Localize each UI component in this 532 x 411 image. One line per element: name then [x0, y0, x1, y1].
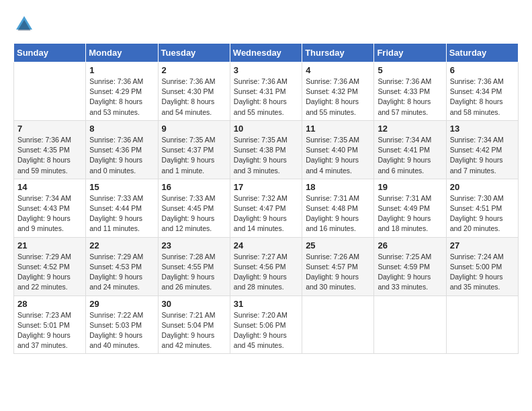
calendar-cell: 7Sunrise: 7:36 AM Sunset: 4:35 PM Daylig…: [14, 120, 86, 179]
day-number: 29: [89, 299, 154, 309]
calendar-cell: 13Sunrise: 7:34 AM Sunset: 4:42 PM Dayli…: [446, 120, 518, 179]
calendar-week-3: 21Sunrise: 7:29 AM Sunset: 4:52 PM Dayli…: [14, 237, 519, 295]
day-number: 30: [162, 299, 226, 309]
calendar-cell: 20Sunrise: 7:30 AM Sunset: 4:51 PM Dayli…: [446, 179, 518, 237]
day-number: 26: [378, 240, 442, 250]
day-info: Sunrise: 7:28 AM Sunset: 4:55 PM Dayligh…: [162, 252, 226, 293]
calendar-cell: 21Sunrise: 7:29 AM Sunset: 4:52 PM Dayli…: [14, 237, 86, 295]
weekday-header-wednesday: Wednesday: [230, 44, 302, 62]
calendar-cell: 19Sunrise: 7:31 AM Sunset: 4:49 PM Dayli…: [374, 179, 446, 237]
weekday-header-sunday: Sunday: [14, 44, 86, 62]
calendar-cell: 8Sunrise: 7:36 AM Sunset: 4:36 PM Daylig…: [86, 120, 158, 179]
calendar-cell: 3Sunrise: 7:36 AM Sunset: 4:31 PM Daylig…: [230, 62, 302, 121]
day-info: Sunrise: 7:35 AM Sunset: 4:37 PM Dayligh…: [162, 135, 226, 176]
day-info: Sunrise: 7:32 AM Sunset: 4:47 PM Dayligh…: [234, 193, 298, 234]
calendar-cell: 11Sunrise: 7:35 AM Sunset: 4:40 PM Dayli…: [302, 120, 374, 179]
day-number: 22: [89, 240, 154, 250]
day-info: Sunrise: 7:26 AM Sunset: 4:57 PM Dayligh…: [306, 252, 370, 293]
calendar-cell: 5Sunrise: 7:36 AM Sunset: 4:33 PM Daylig…: [374, 62, 446, 121]
day-info: Sunrise: 7:24 AM Sunset: 5:00 PM Dayligh…: [450, 252, 515, 293]
day-info: Sunrise: 7:20 AM Sunset: 5:06 PM Dayligh…: [234, 310, 298, 351]
calendar-cell: 9Sunrise: 7:35 AM Sunset: 4:37 PM Daylig…: [158, 120, 230, 179]
calendar-cell: 6Sunrise: 7:36 AM Sunset: 4:34 PM Daylig…: [446, 62, 518, 121]
day-info: Sunrise: 7:21 AM Sunset: 5:04 PM Dayligh…: [162, 310, 226, 351]
calendar-cell: [374, 295, 446, 354]
calendar-cell: 17Sunrise: 7:32 AM Sunset: 4:47 PM Dayli…: [230, 179, 302, 237]
weekday-header-tuesday: Tuesday: [158, 44, 230, 62]
day-info: Sunrise: 7:31 AM Sunset: 4:48 PM Dayligh…: [306, 193, 370, 234]
calendar-cell: 27Sunrise: 7:24 AM Sunset: 5:00 PM Dayli…: [446, 237, 518, 295]
calendar-week-1: 7Sunrise: 7:36 AM Sunset: 4:35 PM Daylig…: [14, 120, 519, 179]
calendar-cell: [14, 62, 86, 121]
day-info: Sunrise: 7:36 AM Sunset: 4:33 PM Dayligh…: [378, 77, 442, 118]
calendar-cell: 2Sunrise: 7:36 AM Sunset: 4:30 PM Daylig…: [158, 62, 230, 121]
calendar-week-2: 14Sunrise: 7:34 AM Sunset: 4:43 PM Dayli…: [14, 179, 519, 237]
calendar-week-4: 28Sunrise: 7:23 AM Sunset: 5:01 PM Dayli…: [14, 295, 519, 354]
day-number: 20: [450, 182, 515, 192]
day-info: Sunrise: 7:35 AM Sunset: 4:38 PM Dayligh…: [234, 135, 298, 176]
day-number: 11: [306, 124, 370, 134]
calendar-cell: [446, 295, 518, 354]
weekday-header-saturday: Saturday: [446, 44, 518, 62]
day-info: Sunrise: 7:36 AM Sunset: 4:36 PM Dayligh…: [89, 135, 154, 176]
day-info: Sunrise: 7:35 AM Sunset: 4:40 PM Dayligh…: [306, 135, 370, 176]
day-info: Sunrise: 7:36 AM Sunset: 4:34 PM Dayligh…: [450, 77, 515, 118]
day-info: Sunrise: 7:30 AM Sunset: 4:51 PM Dayligh…: [450, 193, 515, 234]
day-info: Sunrise: 7:33 AM Sunset: 4:45 PM Dayligh…: [162, 193, 226, 234]
calendar-cell: 10Sunrise: 7:35 AM Sunset: 4:38 PM Dayli…: [230, 120, 302, 179]
day-info: Sunrise: 7:36 AM Sunset: 4:32 PM Dayligh…: [306, 77, 370, 118]
logo-icon: [13, 13, 35, 35]
day-info: Sunrise: 7:36 AM Sunset: 4:31 PM Dayligh…: [234, 77, 298, 118]
weekday-header-thursday: Thursday: [302, 44, 374, 62]
calendar-cell: 22Sunrise: 7:29 AM Sunset: 4:53 PM Dayli…: [86, 237, 158, 295]
calendar-cell: 16Sunrise: 7:33 AM Sunset: 4:45 PM Dayli…: [158, 179, 230, 237]
day-number: 18: [306, 182, 370, 192]
day-number: 25: [306, 240, 370, 250]
day-number: 10: [234, 124, 298, 134]
calendar-week-0: 1Sunrise: 7:36 AM Sunset: 4:29 PM Daylig…: [14, 62, 519, 121]
day-info: Sunrise: 7:25 AM Sunset: 4:59 PM Dayligh…: [378, 252, 442, 293]
day-number: 1: [89, 65, 154, 75]
day-info: Sunrise: 7:34 AM Sunset: 4:43 PM Dayligh…: [17, 193, 82, 234]
weekday-header-friday: Friday: [374, 44, 446, 62]
day-info: Sunrise: 7:36 AM Sunset: 4:29 PM Dayligh…: [89, 77, 154, 118]
day-info: Sunrise: 7:36 AM Sunset: 4:30 PM Dayligh…: [162, 77, 226, 118]
day-number: 31: [234, 299, 298, 309]
calendar-body: 1Sunrise: 7:36 AM Sunset: 4:29 PM Daylig…: [14, 62, 519, 354]
day-number: 7: [17, 124, 82, 134]
calendar-cell: 15Sunrise: 7:33 AM Sunset: 4:44 PM Dayli…: [86, 179, 158, 237]
day-number: 3: [234, 65, 298, 75]
day-info: Sunrise: 7:31 AM Sunset: 4:49 PM Dayligh…: [378, 193, 442, 234]
weekday-header-monday: Monday: [86, 44, 158, 62]
day-number: 19: [378, 182, 442, 192]
logo: [13, 13, 38, 35]
weekday-header-row: SundayMondayTuesdayWednesdayThursdayFrid…: [14, 44, 519, 62]
calendar-cell: 29Sunrise: 7:22 AM Sunset: 5:03 PM Dayli…: [86, 295, 158, 354]
day-info: Sunrise: 7:34 AM Sunset: 4:42 PM Dayligh…: [450, 135, 515, 176]
day-number: 21: [17, 240, 82, 250]
calendar-cell: 14Sunrise: 7:34 AM Sunset: 4:43 PM Dayli…: [14, 179, 86, 237]
calendar-cell: 4Sunrise: 7:36 AM Sunset: 4:32 PM Daylig…: [302, 62, 374, 121]
calendar-cell: 18Sunrise: 7:31 AM Sunset: 4:48 PM Dayli…: [302, 179, 374, 237]
calendar-header: SundayMondayTuesdayWednesdayThursdayFrid…: [14, 44, 519, 62]
calendar-cell: 12Sunrise: 7:34 AM Sunset: 4:41 PM Dayli…: [374, 120, 446, 179]
day-number: 27: [450, 240, 515, 250]
calendar-cell: 24Sunrise: 7:27 AM Sunset: 4:56 PM Dayli…: [230, 237, 302, 295]
calendar-cell: 1Sunrise: 7:36 AM Sunset: 4:29 PM Daylig…: [86, 62, 158, 121]
day-number: 8: [89, 124, 154, 134]
day-info: Sunrise: 7:33 AM Sunset: 4:44 PM Dayligh…: [89, 193, 154, 234]
day-number: 9: [162, 124, 226, 134]
day-info: Sunrise: 7:23 AM Sunset: 5:01 PM Dayligh…: [17, 310, 82, 351]
day-number: 23: [162, 240, 226, 250]
day-number: 16: [162, 182, 226, 192]
day-number: 15: [89, 182, 154, 192]
calendar-table: SundayMondayTuesdayWednesdayThursdayFrid…: [13, 43, 519, 354]
day-number: 6: [450, 65, 515, 75]
calendar-cell: [302, 295, 374, 354]
calendar-cell: 28Sunrise: 7:23 AM Sunset: 5:01 PM Dayli…: [14, 295, 86, 354]
day-number: 4: [306, 65, 370, 75]
day-info: Sunrise: 7:29 AM Sunset: 4:53 PM Dayligh…: [89, 252, 154, 293]
day-number: 28: [17, 299, 82, 309]
day-number: 13: [450, 124, 515, 134]
day-number: 2: [162, 65, 226, 75]
